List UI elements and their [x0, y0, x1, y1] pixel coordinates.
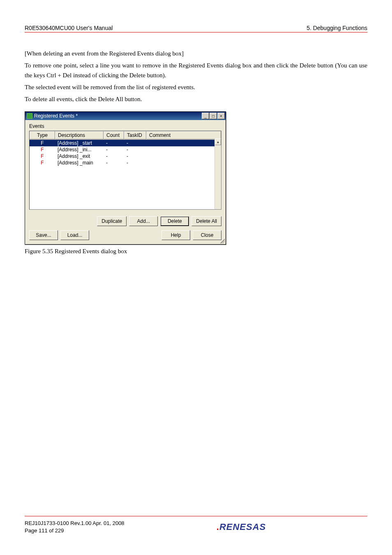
- header-left: R0E530640MCU00 User's Manual: [25, 25, 113, 31]
- cell-taskid: -: [124, 140, 146, 146]
- cell-comment: [146, 140, 221, 146]
- list-header: Type Descriptions Count TaskID Comment: [30, 131, 221, 140]
- app-icon: [27, 113, 32, 119]
- duplicate-button[interactable]: Duplicate: [97, 216, 127, 226]
- cell-count: -: [104, 153, 124, 160]
- cell-desc: [Address] _exit: [55, 153, 104, 160]
- col-count[interactable]: Count: [104, 131, 124, 139]
- cell-count: -: [104, 160, 124, 166]
- scroll-up-icon[interactable]: ▲: [215, 139, 221, 145]
- cell-count: -: [104, 146, 124, 153]
- delete-button[interactable]: Delete: [160, 216, 189, 226]
- cell-taskid: -: [124, 146, 146, 153]
- resize-grip-icon[interactable]: [219, 238, 225, 243]
- events-list[interactable]: Type Descriptions Count TaskID Comment F…: [29, 131, 221, 210]
- body-line-1: [When deleting an event from the Registe…: [25, 49, 367, 58]
- cell-comment: [146, 146, 221, 153]
- cell-type: F: [30, 153, 55, 160]
- cell-type: F: [30, 140, 55, 146]
- add-button[interactable]: Add...: [129, 216, 158, 226]
- body-text: [When deleting an event from the Registe…: [25, 49, 367, 104]
- table-row[interactable]: F [Address] _main - -: [30, 160, 221, 166]
- footer-page: Page 111 of 229: [25, 527, 156, 534]
- body-line-4: To delete all events, click the Delete A…: [25, 95, 367, 104]
- footer-rev: REJ10J1733-0100 Rev.1.00 Apr. 01, 2008: [25, 520, 156, 527]
- header-right: 5. Debugging Functions: [307, 25, 367, 31]
- cell-desc: [Address] _main: [55, 160, 104, 166]
- load-button[interactable]: Load...: [60, 230, 89, 240]
- dialog-title: Registered Events *: [34, 113, 202, 119]
- close-button[interactable]: Close: [193, 230, 221, 240]
- delete-all-button[interactable]: Delete All: [191, 216, 221, 226]
- cell-desc: [Address] _ini...: [55, 146, 104, 153]
- cell-comment: [146, 153, 221, 160]
- col-comment[interactable]: Comment: [146, 131, 221, 139]
- close-window-button[interactable]: ×: [217, 113, 225, 119]
- cell-count: -: [104, 140, 124, 146]
- page-footer: REJ10J1733-0100 Rev.1.00 Apr. 01, 2008 P…: [25, 516, 367, 534]
- figure-caption: Figure 5.35 Registered Events dialog box: [25, 248, 367, 255]
- table-row[interactable]: F [Address] _start - -: [30, 140, 221, 146]
- save-button[interactable]: Save...: [29, 230, 58, 240]
- dialog-titlebar[interactable]: Registered Events * _ □ ×: [25, 112, 226, 120]
- col-taskid[interactable]: TaskID: [124, 131, 146, 139]
- cell-taskid: -: [124, 160, 146, 166]
- registered-events-dialog: Registered Events * _ □ × Events Type De…: [25, 111, 226, 245]
- cell-taskid: -: [124, 153, 146, 160]
- page-header: R0E530640MCU00 User's Manual 5. Debuggin…: [25, 25, 367, 32]
- minimize-button[interactable]: _: [202, 113, 209, 119]
- col-type[interactable]: Type: [30, 131, 55, 139]
- help-button[interactable]: Help: [161, 230, 190, 240]
- table-row[interactable]: F [Address] _exit - -: [30, 153, 221, 160]
- col-descriptions[interactable]: Descriptions: [55, 131, 104, 139]
- events-group-label: Events: [29, 123, 221, 129]
- maximize-button[interactable]: □: [210, 113, 217, 119]
- cell-comment: [146, 160, 221, 166]
- cell-type: F: [30, 146, 55, 153]
- table-row[interactable]: F [Address] _ini... - -: [30, 146, 221, 153]
- body-line-3: The selected event will be removed from …: [25, 83, 367, 92]
- cell-type: F: [30, 160, 55, 166]
- scrollbar-vertical[interactable]: ▲: [214, 139, 221, 209]
- body-line-2: To remove one point, select a line you w…: [25, 61, 367, 80]
- renesas-logo: .RENESAS: [156, 522, 326, 532]
- cell-desc: [Address] _start: [55, 140, 104, 146]
- footer-rule: [25, 516, 367, 516]
